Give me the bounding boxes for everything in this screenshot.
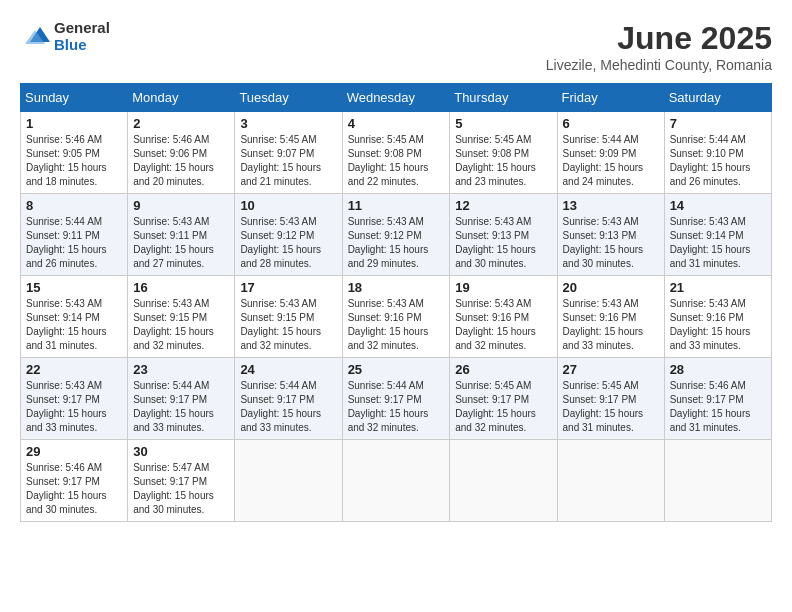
table-row: 14Sunrise: 5:43 AMSunset: 9:14 PMDayligh… (664, 194, 771, 276)
day-number: 22 (26, 362, 122, 377)
day-number: 10 (240, 198, 336, 213)
table-row (450, 440, 557, 522)
calendar-week-row: 29Sunrise: 5:46 AMSunset: 9:17 PMDayligh… (21, 440, 772, 522)
table-row (557, 440, 664, 522)
day-number: 1 (26, 116, 122, 131)
header: General Blue June 2025 Livezile, Mehedin… (20, 20, 772, 73)
day-number: 20 (563, 280, 659, 295)
table-row: 30Sunrise: 5:47 AMSunset: 9:17 PMDayligh… (128, 440, 235, 522)
day-number: 3 (240, 116, 336, 131)
table-row: 16Sunrise: 5:43 AMSunset: 9:15 PMDayligh… (128, 276, 235, 358)
day-info: Sunrise: 5:43 AMSunset: 9:15 PMDaylight:… (133, 297, 229, 353)
day-info: Sunrise: 5:43 AMSunset: 9:16 PMDaylight:… (670, 297, 766, 353)
table-row: 17Sunrise: 5:43 AMSunset: 9:15 PMDayligh… (235, 276, 342, 358)
day-info: Sunrise: 5:43 AMSunset: 9:14 PMDaylight:… (26, 297, 122, 353)
day-info: Sunrise: 5:43 AMSunset: 9:16 PMDaylight:… (348, 297, 445, 353)
day-number: 24 (240, 362, 336, 377)
table-row: 23Sunrise: 5:44 AMSunset: 9:17 PMDayligh… (128, 358, 235, 440)
col-wednesday: Wednesday (342, 84, 450, 112)
day-number: 6 (563, 116, 659, 131)
day-number: 4 (348, 116, 445, 131)
logo-general-text: General (54, 20, 110, 37)
table-row (342, 440, 450, 522)
day-info: Sunrise: 5:43 AMSunset: 9:14 PMDaylight:… (670, 215, 766, 271)
day-number: 23 (133, 362, 229, 377)
day-info: Sunrise: 5:45 AMSunset: 9:17 PMDaylight:… (455, 379, 551, 435)
day-info: Sunrise: 5:46 AMSunset: 9:05 PMDaylight:… (26, 133, 122, 189)
day-info: Sunrise: 5:46 AMSunset: 9:06 PMDaylight:… (133, 133, 229, 189)
day-info: Sunrise: 5:43 AMSunset: 9:13 PMDaylight:… (563, 215, 659, 271)
day-info: Sunrise: 5:45 AMSunset: 9:08 PMDaylight:… (455, 133, 551, 189)
month-title: June 2025 (546, 20, 772, 57)
table-row: 24Sunrise: 5:44 AMSunset: 9:17 PMDayligh… (235, 358, 342, 440)
table-row: 20Sunrise: 5:43 AMSunset: 9:16 PMDayligh… (557, 276, 664, 358)
table-row: 9Sunrise: 5:43 AMSunset: 9:11 PMDaylight… (128, 194, 235, 276)
day-number: 12 (455, 198, 551, 213)
table-row: 5Sunrise: 5:45 AMSunset: 9:08 PMDaylight… (450, 112, 557, 194)
table-row: 15Sunrise: 5:43 AMSunset: 9:14 PMDayligh… (21, 276, 128, 358)
table-row: 10Sunrise: 5:43 AMSunset: 9:12 PMDayligh… (235, 194, 342, 276)
day-info: Sunrise: 5:44 AMSunset: 9:17 PMDaylight:… (133, 379, 229, 435)
day-info: Sunrise: 5:46 AMSunset: 9:17 PMDaylight:… (670, 379, 766, 435)
table-row: 2Sunrise: 5:46 AMSunset: 9:06 PMDaylight… (128, 112, 235, 194)
title-section: June 2025 Livezile, Mehedinti County, Ro… (546, 20, 772, 73)
day-number: 25 (348, 362, 445, 377)
location-text: Livezile, Mehedinti County, Romania (546, 57, 772, 73)
day-number: 29 (26, 444, 122, 459)
day-number: 9 (133, 198, 229, 213)
table-row: 8Sunrise: 5:44 AMSunset: 9:11 PMDaylight… (21, 194, 128, 276)
table-row (664, 440, 771, 522)
table-row (235, 440, 342, 522)
day-info: Sunrise: 5:45 AMSunset: 9:07 PMDaylight:… (240, 133, 336, 189)
day-info: Sunrise: 5:43 AMSunset: 9:16 PMDaylight:… (563, 297, 659, 353)
day-number: 15 (26, 280, 122, 295)
day-info: Sunrise: 5:44 AMSunset: 9:17 PMDaylight:… (240, 379, 336, 435)
table-row: 26Sunrise: 5:45 AMSunset: 9:17 PMDayligh… (450, 358, 557, 440)
col-tuesday: Tuesday (235, 84, 342, 112)
day-info: Sunrise: 5:45 AMSunset: 9:08 PMDaylight:… (348, 133, 445, 189)
col-thursday: Thursday (450, 84, 557, 112)
day-info: Sunrise: 5:46 AMSunset: 9:17 PMDaylight:… (26, 461, 122, 517)
day-number: 8 (26, 198, 122, 213)
col-saturday: Saturday (664, 84, 771, 112)
table-row: 3Sunrise: 5:45 AMSunset: 9:07 PMDaylight… (235, 112, 342, 194)
day-info: Sunrise: 5:43 AMSunset: 9:16 PMDaylight:… (455, 297, 551, 353)
day-info: Sunrise: 5:43 AMSunset: 9:12 PMDaylight:… (348, 215, 445, 271)
logo-blue-text: Blue (54, 37, 110, 54)
calendar-week-row: 8Sunrise: 5:44 AMSunset: 9:11 PMDaylight… (21, 194, 772, 276)
day-info: Sunrise: 5:45 AMSunset: 9:17 PMDaylight:… (563, 379, 659, 435)
calendar-week-row: 15Sunrise: 5:43 AMSunset: 9:14 PMDayligh… (21, 276, 772, 358)
day-number: 19 (455, 280, 551, 295)
day-number: 17 (240, 280, 336, 295)
table-row: 29Sunrise: 5:46 AMSunset: 9:17 PMDayligh… (21, 440, 128, 522)
day-info: Sunrise: 5:44 AMSunset: 9:17 PMDaylight:… (348, 379, 445, 435)
logo-icon (20, 22, 50, 52)
day-info: Sunrise: 5:44 AMSunset: 9:10 PMDaylight:… (670, 133, 766, 189)
table-row: 11Sunrise: 5:43 AMSunset: 9:12 PMDayligh… (342, 194, 450, 276)
calendar-week-row: 1Sunrise: 5:46 AMSunset: 9:05 PMDaylight… (21, 112, 772, 194)
table-row: 6Sunrise: 5:44 AMSunset: 9:09 PMDaylight… (557, 112, 664, 194)
day-info: Sunrise: 5:43 AMSunset: 9:13 PMDaylight:… (455, 215, 551, 271)
day-number: 2 (133, 116, 229, 131)
table-row: 21Sunrise: 5:43 AMSunset: 9:16 PMDayligh… (664, 276, 771, 358)
logo: General Blue (20, 20, 110, 53)
col-friday: Friday (557, 84, 664, 112)
calendar: Sunday Monday Tuesday Wednesday Thursday… (20, 83, 772, 522)
day-info: Sunrise: 5:43 AMSunset: 9:11 PMDaylight:… (133, 215, 229, 271)
table-row: 13Sunrise: 5:43 AMSunset: 9:13 PMDayligh… (557, 194, 664, 276)
table-row: 19Sunrise: 5:43 AMSunset: 9:16 PMDayligh… (450, 276, 557, 358)
day-number: 11 (348, 198, 445, 213)
table-row: 25Sunrise: 5:44 AMSunset: 9:17 PMDayligh… (342, 358, 450, 440)
day-number: 26 (455, 362, 551, 377)
day-number: 27 (563, 362, 659, 377)
day-info: Sunrise: 5:43 AMSunset: 9:17 PMDaylight:… (26, 379, 122, 435)
table-row: 7Sunrise: 5:44 AMSunset: 9:10 PMDaylight… (664, 112, 771, 194)
day-info: Sunrise: 5:43 AMSunset: 9:12 PMDaylight:… (240, 215, 336, 271)
day-number: 7 (670, 116, 766, 131)
table-row: 1Sunrise: 5:46 AMSunset: 9:05 PMDaylight… (21, 112, 128, 194)
table-row: 22Sunrise: 5:43 AMSunset: 9:17 PMDayligh… (21, 358, 128, 440)
day-number: 30 (133, 444, 229, 459)
calendar-header-row: Sunday Monday Tuesday Wednesday Thursday… (21, 84, 772, 112)
day-number: 16 (133, 280, 229, 295)
table-row: 4Sunrise: 5:45 AMSunset: 9:08 PMDaylight… (342, 112, 450, 194)
